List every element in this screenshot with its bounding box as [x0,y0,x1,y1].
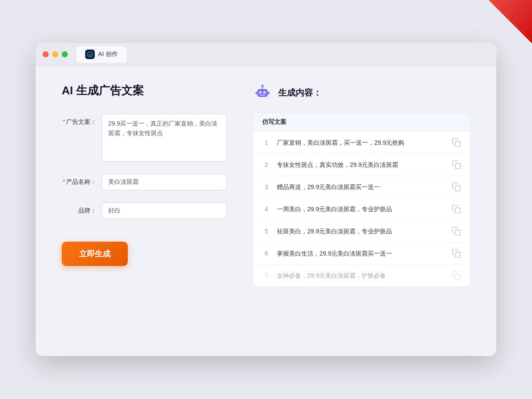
row-text: 女神必备，29.9元美白淡斑霜，护肤必备 [277,271,446,280]
browser-window: AI AI 创作 AI 生成广告文案 *广告文案： 29.9买一送一，真正的厂家… [36,43,496,356]
product-name-input[interactable] [102,174,227,190]
svg-rect-12 [268,92,269,94]
row-text: 一周美白，29.9元美白淡斑霜，专业护肤品 [277,205,446,214]
row-text: 祛斑美白，29.9元美白淡斑霜，专业护肤品 [277,227,446,236]
ai-tab[interactable]: AI AI 创作 [76,46,126,63]
svg-rect-16 [455,208,460,213]
row-number: 2 [262,161,271,168]
row-number: 3 [262,183,271,190]
product-name-group: *产品名称： [62,174,227,190]
table-row: 4 一周美白，29.9元美白淡斑霜，专业护肤品 [253,198,470,220]
ad-copy-input[interactable]: 29.9买一送一，真正的厂家直销，美白淡斑霜，专抹女性斑点 [102,114,227,162]
row-number: 1 [262,139,271,146]
brand-group: 品牌： [62,203,227,219]
svg-rect-11 [256,92,257,94]
result-title: 生成内容： [278,87,322,99]
maximize-button[interactable] [62,51,68,57]
row-text: 掌握美白生活，29.9元美白淡斑霜买一送一 [277,249,446,258]
copy-icon[interactable] [452,138,461,147]
table-row: 2 专抹女性斑点，真实功效，29.9元美白淡斑霜 [253,154,470,176]
svg-rect-19 [455,274,460,279]
copy-icon[interactable] [452,204,461,214]
close-button[interactable] [43,51,49,57]
row-number: 6 [262,250,271,257]
tab-label: AI 创作 [98,50,118,58]
brand-input[interactable] [102,203,227,219]
page-title: AI 生成广告文案 [62,83,227,98]
product-name-label: *产品名称： [62,174,96,186]
table-row: 7 女神必备，29.9元美白淡斑霜，护肤必备 [253,265,470,286]
copy-icon[interactable] [452,182,461,192]
ad-copy-label: *广告文案： [62,114,96,126]
copy-icon[interactable] [452,271,461,280]
svg-point-6 [264,92,266,93]
svg-point-5 [260,92,261,93]
required-star-1: * [63,118,65,125]
table-header: 仿写文案 [253,113,470,132]
svg-rect-17 [455,230,460,235]
robot-icon [253,83,272,102]
table-row: 3 赠品再送，29.9元美白淡斑霜买一送一 [253,176,470,198]
brand-label: 品牌： [62,203,96,215]
row-number: 4 [262,206,271,213]
svg-rect-14 [455,163,460,169]
main-content: AI 生成广告文案 *广告文案： 29.9买一送一，真正的厂家直销，美白淡斑霜，… [36,66,496,356]
result-header: 生成内容： [253,83,470,102]
svg-text:AI: AI [89,53,91,56]
table-row: 1 厂家直销，美白淡斑霜，买一送一，29.9元抢购 [253,132,470,154]
copy-icon[interactable] [452,249,461,258]
table-row: 6 掌握美白生活，29.9元美白淡斑霜买一送一 [253,243,470,265]
svg-rect-18 [455,252,460,257]
generate-button[interactable]: 立即生成 [62,242,128,266]
traffic-lights [43,51,68,57]
row-text: 厂家直销，美白淡斑霜，买一送一，29.9元抢购 [277,138,446,147]
result-table: 仿写文案 1 厂家直销，美白淡斑霜，买一送一，29.9元抢购 2 专抹女性斑点，… [253,113,470,287]
required-star-2: * [63,178,65,185]
copy-icon[interactable] [452,226,461,236]
row-text: 赠品再送，29.9元美白淡斑霜买一送一 [277,183,446,192]
svg-rect-15 [455,186,460,191]
svg-point-10 [262,85,263,87]
title-bar: AI AI 创作 [36,43,496,66]
row-text: 专抹女性斑点，真实功效，29.9元美白淡斑霜 [277,160,446,170]
tab-icon: AI [85,50,95,59]
svg-rect-2 [257,89,268,97]
desktop: AI AI 创作 AI 生成广告文案 *广告文案： 29.9买一送一，真正的厂家… [0,0,532,399]
left-panel: AI 生成广告文案 *广告文案： 29.9买一送一，真正的厂家直销，美白淡斑霜，… [62,83,227,339]
minimize-button[interactable] [52,51,58,57]
row-number: 7 [262,272,271,279]
copy-icon[interactable] [452,160,461,170]
svg-rect-13 [455,141,460,146]
table-row: 5 祛斑美白，29.9元美白淡斑霜，专业护肤品 [253,220,470,243]
svg-rect-7 [260,95,265,96]
ad-copy-group: *广告文案： 29.9买一送一，真正的厂家直销，美白淡斑霜，专抹女性斑点 [62,114,227,162]
right-panel: 生成内容： 仿写文案 1 厂家直销，美白淡斑霜，买一送一，29.9元抢购 2 专… [253,83,470,339]
row-number: 5 [262,228,271,235]
